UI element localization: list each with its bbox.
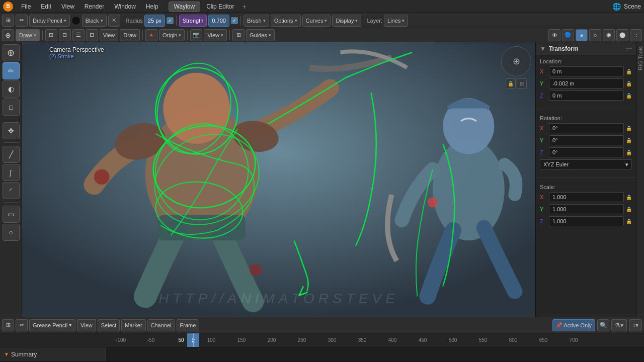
grease-pencil-icon[interactable]: ✏ bbox=[16, 319, 28, 331]
strength-button[interactable]: Strength bbox=[179, 15, 207, 27]
loc-z-lock[interactable]: 🔒 bbox=[626, 93, 632, 99]
rot-x-value[interactable]: 0° bbox=[549, 123, 624, 133]
guides-dropdown[interactable]: Guides ▾ bbox=[246, 29, 275, 41]
loc-y-lock[interactable]: 🔒 bbox=[626, 81, 632, 86]
icon-mode3[interactable]: ☰ bbox=[72, 29, 85, 41]
viewport-shading4[interactable]: ⬤ bbox=[616, 29, 628, 41]
rot-y-value[interactable]: 0° bbox=[549, 135, 624, 145]
grease-pencil-dropdown[interactable]: Grease Pencil ▾ bbox=[29, 319, 75, 331]
menu-window[interactable]: Window bbox=[110, 2, 140, 11]
euler-dropdown[interactable]: XYZ Euler ▾ bbox=[540, 159, 632, 169]
menu-edit[interactable]: Edit bbox=[37, 2, 55, 11]
line-tool[interactable]: ╱ bbox=[3, 146, 20, 163]
viewport-icon1[interactable]: 👁 bbox=[548, 29, 560, 41]
radius-check[interactable]: ✓ bbox=[167, 17, 174, 24]
options-dropdown[interactable]: Options ▾ bbox=[271, 15, 301, 27]
grid-icon[interactable]: ⊞ bbox=[232, 29, 245, 41]
layer-dropdown[interactable]: Lines ▾ bbox=[384, 15, 408, 27]
summary-label-area[interactable]: ▼ Summary bbox=[0, 347, 106, 361]
workspace-icon[interactable]: ⊞ bbox=[2, 15, 14, 27]
tl-marker-btn[interactable]: Marker bbox=[121, 319, 145, 331]
snap-icon[interactable]: 🔺 bbox=[145, 29, 157, 41]
viewport-shading3[interactable]: ◉ bbox=[603, 29, 615, 41]
rot-z-lock[interactable]: 🔒 bbox=[626, 150, 632, 155]
tl-sort-btn[interactable]: ↕ ▾ bbox=[629, 319, 642, 331]
icon-mode4[interactable]: ⊡ bbox=[86, 29, 98, 41]
tick-700: 700 bbox=[558, 337, 589, 343]
tl-frame-btn[interactable]: Frame bbox=[177, 319, 200, 331]
menu-render[interactable]: Render bbox=[80, 2, 108, 11]
circle-tool[interactable]: ○ bbox=[3, 224, 20, 241]
layer-label: Layer: bbox=[367, 18, 382, 24]
menu-help[interactable]: Help bbox=[142, 2, 163, 11]
scale-x-lock[interactable]: 🔒 bbox=[626, 195, 632, 200]
icon-mode2[interactable]: ⊟ bbox=[59, 29, 71, 41]
clip-editor-button[interactable]: Clip Editor bbox=[202, 2, 238, 11]
timeline-icon[interactable]: ⊞ bbox=[2, 319, 14, 331]
strength-check[interactable]: ✓ bbox=[231, 17, 238, 24]
color-swatch[interactable] bbox=[71, 16, 80, 25]
viewport-shading1[interactable]: ● bbox=[576, 29, 588, 41]
nav-gizmo[interactable]: ⊕ 🔒 ⊞ bbox=[501, 46, 531, 88]
move-tool[interactable]: ✥ bbox=[3, 122, 20, 139]
rot-x-lock[interactable]: 🔒 bbox=[626, 126, 632, 131]
timeline-ruler[interactable]: 2 -100 -50 50 100 150 200 250 300 350 40… bbox=[0, 333, 644, 347]
erase-tool[interactable]: ◻ bbox=[3, 99, 20, 116]
tint-tool[interactable]: ◐ bbox=[3, 80, 20, 98]
mode-icon[interactable]: ⊕ bbox=[2, 29, 14, 41]
color-dropdown[interactable]: Black ▾ bbox=[82, 15, 107, 27]
add-editor-button[interactable]: + bbox=[240, 3, 248, 11]
cursor-tool[interactable]: ⊕ bbox=[3, 44, 20, 61]
draw-tool[interactable]: ✏ bbox=[3, 62, 20, 79]
tl-channel-btn[interactable]: Channel bbox=[147, 319, 175, 331]
scale-y-lock[interactable]: 🔒 bbox=[626, 207, 632, 212]
scale-z-lock[interactable]: 🔒 bbox=[626, 219, 632, 224]
rig-tools-label[interactable]: RIG Tools bbox=[637, 46, 643, 70]
waylow-button[interactable]: Waylow bbox=[169, 2, 201, 12]
active-only-btn[interactable]: 📌 Active Only bbox=[552, 319, 595, 331]
tl-filter-btn[interactable]: ⚗ ▾ bbox=[611, 319, 627, 331]
tl-search-btn[interactable]: 🔍 bbox=[597, 319, 609, 331]
box-tool[interactable]: ▭ bbox=[3, 206, 20, 223]
panel-menu-icon[interactable]: ⋯ bbox=[626, 45, 632, 52]
display-dropdown[interactable]: Display ▾ bbox=[332, 15, 361, 27]
tl-view-btn[interactable]: View bbox=[77, 319, 96, 331]
viewport-icon2[interactable]: 🔵 bbox=[562, 29, 574, 41]
scale-y-value[interactable]: 1.000 bbox=[549, 204, 624, 214]
tl-select-btn[interactable]: Select bbox=[98, 319, 120, 331]
view-dropdown[interactable]: View ▾ bbox=[204, 29, 227, 41]
menu-view[interactable]: View bbox=[57, 2, 78, 11]
draw-pencil-dropdown[interactable]: Draw Pencil ▾ bbox=[29, 15, 70, 27]
view-btn[interactable]: View bbox=[100, 29, 119, 41]
lock-view-btn[interactable]: 🔒 bbox=[506, 78, 516, 88]
arc-tool[interactable]: ◜ bbox=[3, 182, 20, 199]
rot-z-value[interactable]: 0° bbox=[549, 147, 624, 157]
strength-value[interactable]: 0.700 bbox=[208, 15, 229, 27]
brush-dropdown[interactable]: Brush ▾ bbox=[244, 15, 269, 27]
draw-pencil-icon[interactable]: ✏ bbox=[16, 15, 28, 27]
loc-y-value[interactable]: -0.002 m bbox=[549, 78, 624, 88]
scale-x-value[interactable]: 1.000 bbox=[549, 192, 624, 202]
viewport-extra[interactable]: ⋮ bbox=[630, 29, 642, 41]
draw-btn[interactable]: Draw bbox=[120, 29, 140, 41]
rotation-gizmo[interactable]: ⊕ bbox=[501, 46, 531, 76]
curve-tool[interactable]: ∫ bbox=[3, 164, 20, 181]
loc-x-lock[interactable]: 🔒 bbox=[626, 69, 632, 74]
origin-dropdown[interactable]: Origin ▾ bbox=[159, 29, 185, 41]
panel-collapse-icon[interactable]: ▼ bbox=[540, 45, 546, 52]
ortho-view-btn[interactable]: ⊞ bbox=[517, 78, 527, 88]
loc-x-value[interactable]: 0 m bbox=[549, 66, 624, 76]
rot-y-lock[interactable]: 🔒 bbox=[626, 138, 632, 143]
loc-z-value[interactable]: 0 m bbox=[549, 90, 624, 101]
color-remove-icon[interactable]: ✕ bbox=[108, 15, 120, 27]
menu-file[interactable]: File bbox=[17, 2, 35, 11]
scale-z-value[interactable]: 1.000 bbox=[549, 216, 624, 226]
color-label: Black bbox=[86, 18, 99, 24]
draw-mode-dropdown[interactable]: Draw ▾ bbox=[16, 29, 40, 41]
icon-grid[interactable]: ⊞ bbox=[45, 29, 57, 41]
curves-dropdown[interactable]: Curves ▾ bbox=[302, 15, 331, 27]
camera-icon[interactable]: 📷 bbox=[190, 29, 202, 41]
radius-value[interactable]: 25 px bbox=[144, 15, 165, 27]
viewport-shading2[interactable]: ○ bbox=[589, 29, 601, 41]
viewport[interactable]: HTTP//ANIMATORSTEVE Camera Perspective (… bbox=[22, 42, 535, 317]
